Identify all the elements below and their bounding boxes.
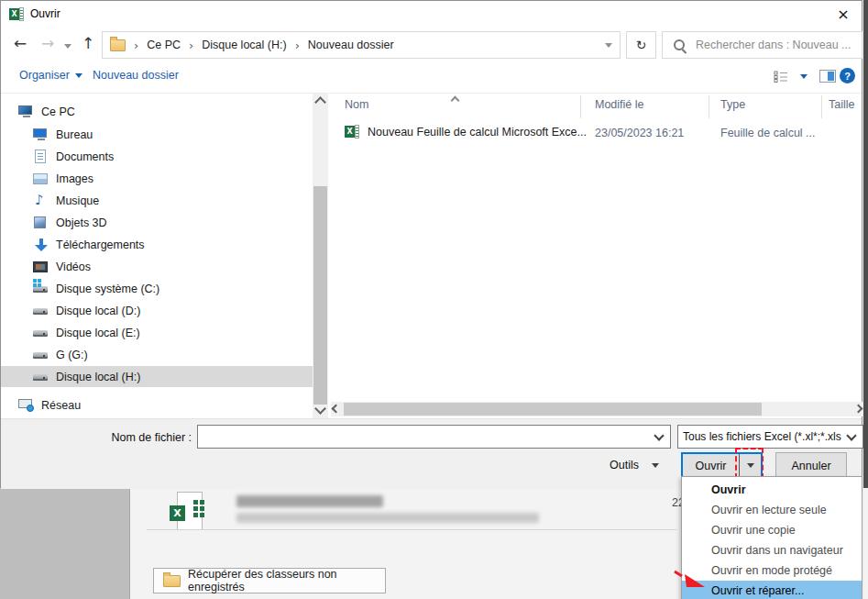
search-box[interactable]	[662, 31, 863, 59]
column-header-modifie[interactable]: Modifié le	[595, 98, 644, 111]
breadcrumb-separator: ›	[127, 39, 145, 52]
redacted-filename	[236, 495, 383, 507]
sidebar-item-videos[interactable]: Vidéos	[1, 256, 313, 277]
scroll-right-icon[interactable]	[854, 405, 863, 414]
scrollbar-thumb[interactable]	[313, 186, 327, 405]
address-chevron-icon[interactable]	[605, 43, 612, 48]
dialog-titlebar: X Ouvrir ×	[1, 1, 862, 28]
computer-icon	[17, 104, 36, 120]
menu-item-mode-protege[interactable]: Ouvrir en mode protégé	[682, 560, 862, 581]
cancel-button[interactable]: Annuler	[775, 452, 847, 479]
drive-icon	[32, 303, 50, 319]
filelist-scrollbar[interactable]	[331, 402, 863, 416]
filename-combobox[interactable]	[197, 425, 671, 449]
organiser-button[interactable]: Organiser	[19, 69, 82, 82]
forward-button[interactable]: →	[41, 34, 54, 52]
column-header-nom[interactable]: Nom	[345, 98, 368, 111]
sort-ascending-icon	[452, 91, 458, 107]
sidebar-item-reseau[interactable]: Réseau	[1, 394, 313, 416]
up-button[interactable]: ↑	[82, 34, 94, 52]
folder-icon	[110, 39, 126, 51]
search-icon	[674, 39, 685, 50]
column-header-taille[interactable]: Taille	[829, 98, 855, 111]
sidebar-item-disque-local-e[interactable]: Disque local (E:)	[1, 322, 313, 343]
drive-icon	[32, 325, 50, 341]
back-button[interactable]: ←	[14, 34, 27, 52]
file-name: Nouveau Feuille de calcul Microsoft Exce…	[368, 126, 587, 139]
breadcrumb-ce-pc[interactable]: Ce PC	[145, 39, 182, 51]
screen: X 22/ Récupérer des classeurs non enregi…	[0, 0, 868, 599]
menu-item-ouvrir[interactable]: Ouvrir	[682, 480, 862, 500]
redacted-filepath	[236, 513, 539, 523]
filetype-combobox[interactable]: Tous les fichiers Excel (*.xl*;*.xls	[677, 425, 863, 449]
sidebar-item-ce-pc[interactable]: Ce PC	[1, 101, 313, 122]
folder-icon	[163, 575, 181, 587]
sidebar-item-disque-local-d[interactable]: Disque local (D:)	[1, 300, 313, 321]
open-dropdown-arrow[interactable]	[740, 463, 761, 468]
address-bar[interactable]: › Ce PC › Disque local (H:) › Nouveau do…	[102, 31, 621, 59]
drive-icon	[32, 369, 50, 385]
filename-label: Nom de fichier :	[56, 431, 192, 444]
sidebar-item-images[interactable]: Images	[1, 168, 313, 189]
chevron-down-icon	[846, 430, 856, 440]
views-chevron-icon[interactable]	[800, 74, 808, 79]
music-note-icon: ♪	[32, 193, 50, 209]
open-split-button[interactable]: Ouvrir	[681, 452, 763, 479]
sidebar-item-objets-3d[interactable]: Objets 3D	[1, 212, 313, 233]
system-drive-icon	[32, 281, 50, 297]
window-edge	[863, 0, 868, 488]
command-toolbar: Organiser Nouveau dossier ?	[1, 60, 862, 94]
backstage-left-panel	[0, 488, 130, 599]
filename-input[interactable]	[198, 426, 652, 448]
picture-icon	[32, 171, 50, 187]
sidebar-item-g[interactable]: G (G:)	[1, 344, 313, 365]
sidebar-item-musique[interactable]: ♪ Musique	[1, 190, 313, 211]
menu-item-navigateur[interactable]: Ouvrir dans un navigateur	[682, 540, 862, 560]
new-folder-button[interactable]: Nouveau dossier	[93, 69, 179, 82]
breadcrumb-separator: ›	[289, 39, 306, 52]
menu-item-ouvrir-et-reparer[interactable]: Ouvrir et réparer...	[682, 581, 862, 599]
cube-3d-icon	[32, 215, 50, 231]
open-button-label[interactable]: Ouvrir	[683, 460, 739, 472]
sidebar-scrollbar[interactable]	[313, 94, 328, 418]
dialog-title: Ouvrir	[30, 7, 60, 20]
views-button[interactable]	[774, 70, 788, 86]
help-button[interactable]: ?	[840, 68, 855, 83]
open-dialog: X Ouvrir × ← → ↑ › Ce PC › Disque local …	[0, 0, 863, 488]
preview-pane-button[interactable]	[819, 70, 836, 83]
recover-workbooks-button[interactable]: Récupérer des classeurs non enregistrés	[153, 568, 386, 593]
menu-item-une-copie[interactable]: Ouvrir une copie	[682, 520, 862, 540]
menu-item-lecture-seule[interactable]: Ouvrir en lecture seule	[682, 500, 862, 520]
search-input[interactable]	[694, 38, 862, 52]
list-view-icon	[774, 71, 788, 83]
sidebar-item-disque-systeme-c[interactable]: Disque système (C:)	[1, 278, 313, 299]
scrollbar-thumb[interactable]	[344, 403, 762, 416]
recover-workbooks-label: Récupérer des classeurs non enregistrés	[188, 568, 385, 593]
scroll-down-icon[interactable]	[314, 403, 326, 415]
breadcrumb-nouveau-dossier[interactable]: Nouveau dossier	[306, 39, 396, 51]
sidebar-item-bureau[interactable]: Bureau	[1, 124, 313, 145]
sidebar-item-telechargements[interactable]: Téléchargements	[1, 234, 313, 255]
excel-x-glyph: X	[170, 505, 185, 521]
tools-button[interactable]: Outils	[610, 459, 659, 471]
breadcrumb-disque-h[interactable]: Disque local (H:)	[200, 39, 288, 51]
chevron-down-icon[interactable]	[654, 430, 664, 440]
excel-file-icon-large: X	[170, 492, 204, 532]
film-icon	[32, 259, 50, 275]
drive-icon	[32, 347, 50, 363]
sidebar-item-documents[interactable]: Documents	[1, 146, 313, 167]
sidebar-item-disque-local-h[interactable]: Disque local (H:)	[1, 366, 313, 387]
excel-file-icon: X	[345, 125, 360, 139]
scroll-left-icon[interactable]	[332, 405, 341, 414]
file-type: Feuille de calcul ...	[720, 127, 816, 139]
refresh-button[interactable]: ↻	[626, 31, 656, 59]
download-arrow-icon	[32, 237, 50, 253]
close-button[interactable]: ×	[832, 4, 854, 24]
open-options-menu: Ouvrir Ouvrir en lecture seule Ouvrir un…	[681, 476, 863, 599]
scroll-up-icon[interactable]	[314, 96, 326, 108]
filetype-value: Tous les fichiers Excel (*.xl*;*.xls	[683, 430, 844, 443]
desktop-icon	[32, 127, 50, 143]
file-modified: 23/05/2023 16:21	[595, 127, 684, 139]
history-chevron-icon[interactable]	[64, 44, 71, 49]
column-header-type[interactable]: Type	[720, 98, 745, 111]
